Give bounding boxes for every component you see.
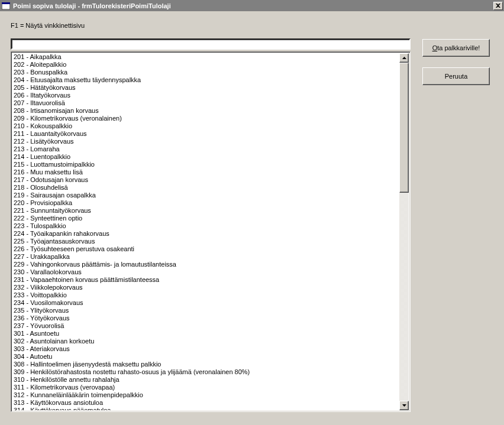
list-item[interactable]: 207 - Iltavuorolisä (12, 99, 399, 107)
list-item[interactable]: 230 - Varallaolokorvaus (12, 268, 399, 276)
list-item[interactable]: 218 - Olosuhdelisä (12, 184, 399, 192)
scroll-thumb[interactable] (399, 63, 409, 193)
list-item[interactable]: 202 - Aloitepalkkio (12, 61, 399, 69)
list-item[interactable]: 235 - Ylityökorvaus (12, 307, 399, 314)
list-item[interactable]: 311 - Kilometrikorvaus (verovapaa) (12, 384, 399, 391)
cancel-button[interactable]: Peruuta (422, 67, 490, 85)
list-item[interactable]: 208 - Irtisanomisajan korvaus (12, 107, 399, 115)
list-item[interactable]: 236 - Yötyökorvaus (12, 314, 399, 322)
ok-button[interactable]: Ota palkkariville! (422, 39, 490, 57)
list-item[interactable]: 233 - Voittopalkkio (12, 291, 399, 299)
list-item[interactable]: 227 - Urakkapalkka (12, 253, 399, 261)
list-item[interactable]: 211 - Lauantaityökorvaus (12, 130, 399, 138)
list-item[interactable]: 220 - Provisiopalkka (12, 199, 399, 207)
list-item[interactable]: 205 - Hätätyökorvaus (12, 84, 399, 92)
list-item[interactable]: 309 - Henkilöstörahastosta nostettu raha… (12, 368, 399, 376)
list-item[interactable]: 204 - Etuusajalta maksettu täydennyspalk… (12, 76, 399, 84)
list-item[interactable]: 223 - Tulospalkkio (12, 222, 399, 230)
scrollbar[interactable] (399, 53, 409, 410)
list-item[interactable]: 310 - Henkilöstölle annettu rahalahja (12, 376, 399, 384)
hint-label: F1 = Näytä vinkkinettisivu (11, 22, 493, 29)
list-item[interactable]: 313 - Käyttökorvaus ansiotuloa (12, 399, 399, 407)
list-item[interactable]: 234 - Vuosilomakorvaus (12, 299, 399, 307)
window-body: F1 = Näytä vinkkinettisivu 201 - Aikapal… (0, 11, 504, 425)
income-type-listbox[interactable]: 201 - Aikapalkka202 - Aloitepalkkio203 -… (11, 51, 411, 412)
svg-rect-1 (2, 2, 10, 4)
list-item[interactable]: 308 - Hallintoelimen jäsenyydestä makset… (12, 361, 399, 368)
filter-input[interactable] (11, 38, 411, 50)
list-item[interactable]: 215 - Luottamustoimipalkkio (12, 161, 399, 168)
close-button[interactable] (493, 2, 503, 10)
list-item[interactable]: 312 - Kunnaneläinlääkärin toimenpidepalk… (12, 391, 399, 399)
list-item[interactable]: 203 - Bonuspalkka (12, 69, 399, 76)
list-item[interactable]: 224 - Työaikapankin rahakorvaus (12, 230, 399, 238)
titlebar: Poimi sopiva tulolaji - frmTulorekisteri… (0, 0, 504, 11)
list-item[interactable]: 217 - Odotusajan korvaus (12, 176, 399, 184)
list-item[interactable]: 216 - Muu maksettu lisä (12, 168, 399, 176)
list-item[interactable]: 219 - Sairausajan osapalkka (12, 192, 399, 199)
list-item[interactable]: 209 - Kilometrikorvaus (veronalainen) (12, 115, 399, 122)
list-item[interactable]: 231 - Vapaaehtoinen korvaus päättämistil… (12, 276, 399, 284)
list-item[interactable]: 229 - Vahingonkorvaus päättämis- ja loma… (12, 261, 399, 268)
list-item[interactable]: 212 - Lisätyökorvaus (12, 138, 399, 145)
list-item[interactable]: 210 - Kokouspalkkio (12, 122, 399, 130)
app-icon (1, 2, 11, 10)
window-title: Poimi sopiva tulolaji - frmTulorekisteri… (13, 2, 493, 9)
list-item[interactable]: 213 - Lomaraha (12, 145, 399, 153)
list-item[interactable]: 303 - Ateriakorvaus (12, 345, 399, 353)
list-item[interactable]: 302 - Asuntolainan korkoetu (12, 338, 399, 345)
scroll-up-button[interactable] (399, 53, 409, 63)
list-item[interactable]: 201 - Aikapalkka (12, 53, 399, 61)
list-item[interactable]: 232 - Viikkolepokorvaus (12, 284, 399, 291)
list-item[interactable]: 301 - Asuntoetu (12, 330, 399, 338)
list-item[interactable]: 206 - Iltatyökorvaus (12, 92, 399, 99)
list-item[interactable]: 226 - Työsuhteeseen perustuva osakeanti (12, 245, 399, 253)
list-item[interactable]: 214 - Luentopalkkio (12, 153, 399, 161)
list-item[interactable]: 225 - Työajantasauskorvaus (12, 238, 399, 245)
scroll-track[interactable] (399, 63, 409, 401)
list-item[interactable]: 221 - Sunnuntaityökorvaus (12, 207, 399, 215)
list-item[interactable]: 314 - Käyttökorvaus pääomatuloa (12, 407, 399, 410)
list-item[interactable]: 304 - Autoetu (12, 353, 399, 361)
scroll-down-button[interactable] (399, 401, 409, 410)
list-item[interactable]: 222 - Synteettinen optio (12, 215, 399, 222)
list-item[interactable]: 237 - Yövuorolisä (12, 322, 399, 330)
